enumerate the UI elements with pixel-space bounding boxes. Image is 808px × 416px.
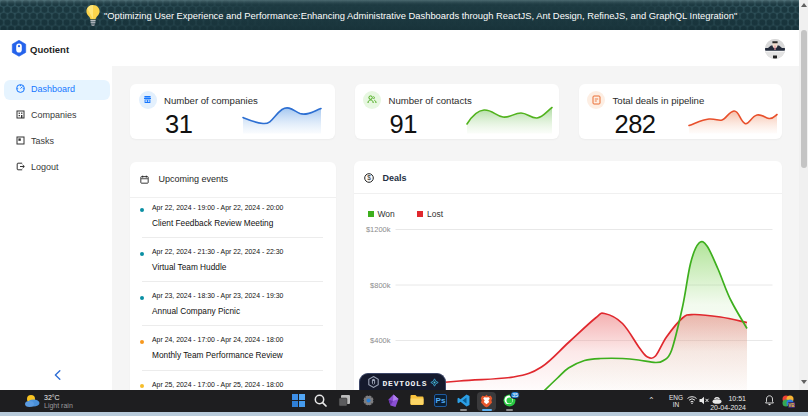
- svg-text:$800k: $800k: [370, 281, 391, 290]
- svg-text:$1200k: $1200k: [365, 225, 390, 234]
- svg-text:VB: VB: [788, 402, 795, 407]
- svg-text:$400k: $400k: [370, 336, 391, 345]
- svg-text:$: $: [367, 174, 371, 181]
